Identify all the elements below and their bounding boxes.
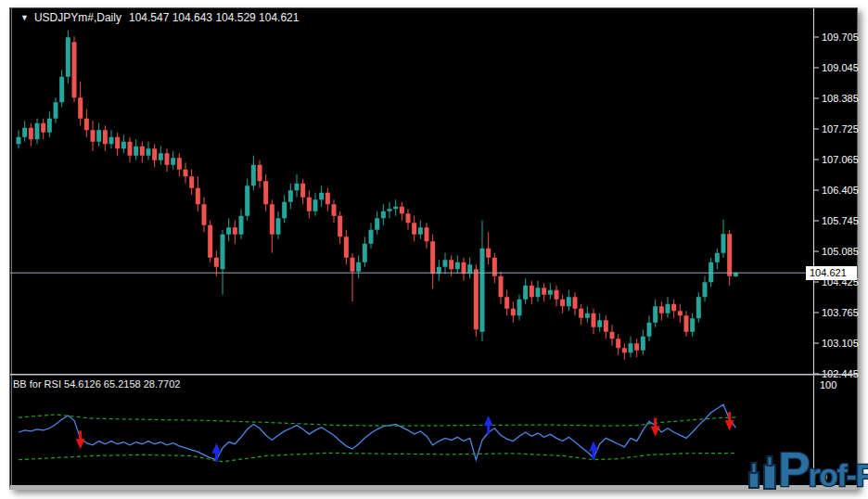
page-background: 109.705109.045108.385107.725107.065106.4… (0, 0, 868, 499)
indicator-values: 54.6126 65.2158 28.7702 (64, 378, 180, 390)
current-price-tag: 104.621 (806, 266, 857, 280)
indicator-title-bar: BB for RSI 54.6126 65.2158 28.7702 (13, 378, 180, 390)
chart-window[interactable] (9, 7, 858, 490)
chevron-down-icon[interactable]: ▼ (20, 13, 29, 22)
watermark-text: Prof-FX (778, 441, 868, 497)
indicator-name: BB for RSI (13, 378, 61, 390)
symbol-period-label: USDJPYm#,Daily (34, 11, 121, 24)
watermark-candle-icon (765, 466, 774, 488)
ohlc-values: 104.547 104.643 104.529 104.621 (129, 11, 300, 24)
watermark-logo: Prof-FX (737, 447, 868, 499)
watermark-candle-icon (750, 473, 758, 487)
chart-title-bar: ▼USDJPYm#,Daily104.547 104.643 104.529 1… (20, 11, 299, 24)
